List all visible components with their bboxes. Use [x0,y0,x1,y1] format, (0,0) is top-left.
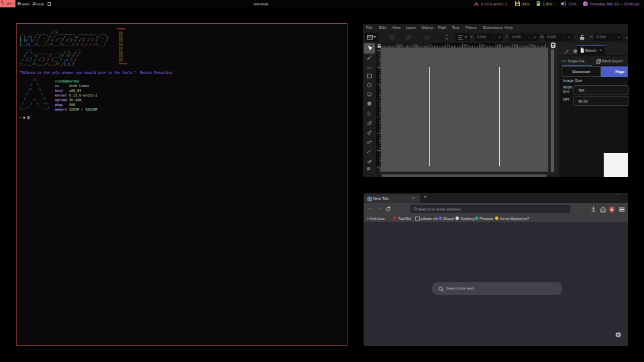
svg-text:-50: -50 [414,44,419,47]
svg-text:300: 300 [530,44,535,47]
svg-text:100: 100 [464,44,469,47]
svg-text:50: 50 [447,44,450,47]
svg-text:150: 150 [480,44,486,47]
svg-text:Al: Al [367,166,371,171]
svg-text:-100: -100 [397,44,403,47]
svg-text:200: 200 [497,44,502,47]
svg-text:250: 250 [513,44,519,47]
